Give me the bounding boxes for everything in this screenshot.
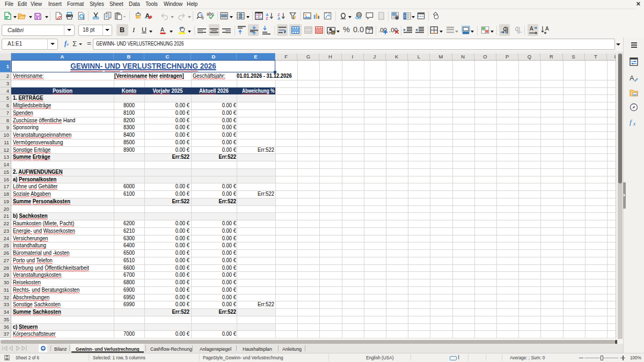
svg-text:A: A [260,17,262,20]
svg-text:A: A [630,74,634,82]
svg-text:f: f [630,118,633,126]
svg-text:Z: Z [266,16,268,20]
svg-text:d: d [202,16,204,20]
svg-text:7: 7 [368,28,371,34]
svg-text:A: A [277,16,281,20]
svg-text:A: A [160,27,164,33]
svg-text:Z: Z [256,17,258,20]
svg-text:A: A [545,26,549,32]
svg-text:A: A [530,26,533,32]
svg-text:x: x [633,121,636,126]
